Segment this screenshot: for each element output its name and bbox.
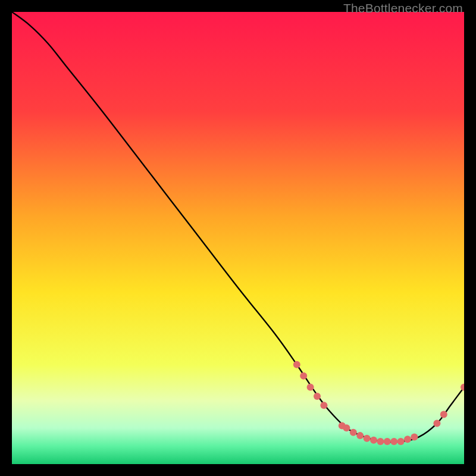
marker-dot	[307, 384, 314, 391]
bottleneck-chart	[12, 12, 464, 464]
marker-dot	[404, 436, 411, 443]
watermark-text: TheBottlenecker.com	[343, 1, 463, 15]
marker-dot	[390, 438, 397, 445]
marker-dot	[433, 420, 440, 427]
marker-dot	[350, 429, 357, 436]
chart-frame	[12, 12, 464, 464]
marker-dot	[377, 438, 384, 445]
marker-dot	[320, 402, 327, 409]
marker-dot	[343, 424, 350, 431]
marker-dot	[364, 435, 371, 442]
gradient-background	[12, 12, 464, 464]
marker-dot	[397, 438, 405, 445]
marker-dot	[314, 393, 321, 400]
marker-dot	[370, 437, 377, 444]
marker-dot	[356, 432, 364, 439]
marker-dot	[411, 433, 418, 440]
marker-dot	[440, 411, 447, 418]
marker-dot	[300, 372, 307, 380]
marker-dot	[384, 438, 391, 445]
marker-dot	[293, 361, 300, 368]
